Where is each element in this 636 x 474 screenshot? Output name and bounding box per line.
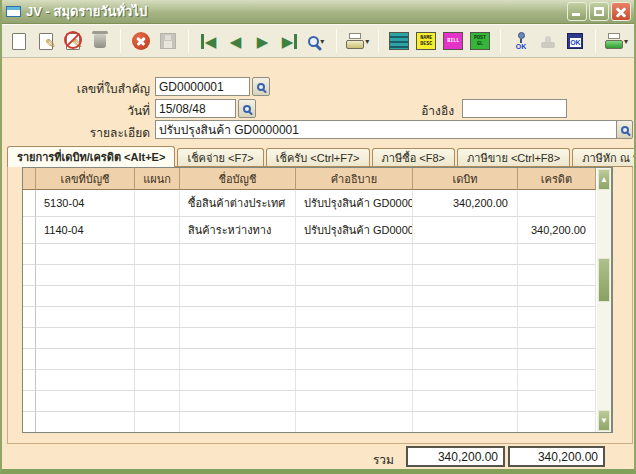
grid-header-dept[interactable]: แผนก	[135, 168, 180, 190]
row-selector[interactable]	[23, 190, 36, 217]
cancel-icon	[132, 32, 150, 50]
cell-account-name[interactable]: ซื้อสินค้าต่างประเทศ	[180, 190, 296, 217]
edit-button[interactable]: ✎	[35, 29, 57, 53]
printer-icon	[346, 36, 364, 49]
empty-row	[23, 265, 612, 286]
tab-purchase-tax[interactable]: ภาษีซื้อ <F8>	[372, 148, 456, 167]
grid-header-selector	[23, 168, 36, 190]
post-gl-button[interactable]: POSTGL	[469, 29, 491, 53]
stamp-button	[537, 29, 559, 53]
close-button[interactable]	[611, 2, 631, 21]
date-lookup-button[interactable]	[238, 99, 256, 118]
save-approve-button[interactable]: OK	[564, 29, 586, 53]
cell-dept[interactable]	[135, 190, 180, 217]
empty-row	[23, 370, 612, 391]
tab-sales-tax[interactable]: ภาษีขาย <Ctrl+F8>	[457, 148, 570, 167]
lookup-magnifier-icon	[257, 83, 265, 91]
totals-row: รวม 340,200.00 340,200.00	[2, 446, 634, 468]
grid-header-debit[interactable]: เดบิท	[413, 168, 518, 190]
empty-row	[23, 412, 612, 433]
total-credit: 340,200.00	[508, 446, 605, 467]
cell-debit[interactable]	[413, 217, 518, 244]
doc-no-lookup-button[interactable]	[252, 77, 270, 96]
cell-credit[interactable]: 340,200.00	[518, 217, 596, 244]
description-input[interactable]	[155, 120, 617, 139]
tab-cheque-received[interactable]: เช็ครับ <Ctrl+F7>	[266, 148, 370, 167]
date-input[interactable]	[155, 99, 236, 118]
window-icon	[6, 6, 21, 17]
cell-description[interactable]: ปรับปรุงสินค้า GD000000	[296, 217, 413, 244]
previous-record-button[interactable]: ◀	[225, 29, 247, 53]
doc-no-label: เลขที่ใบสำคัญ	[22, 79, 150, 98]
table-row[interactable]: 1140-04 สินค้าระหว่างทาง ปรับปรุงสินค้า …	[23, 217, 612, 244]
cell-credit[interactable]	[518, 190, 596, 217]
scroll-down-button[interactable]: ▼	[598, 410, 610, 431]
tab-strip: รายการที่เดบิท/เครดิต <Alt+E> เช็คจ่าย <…	[7, 146, 629, 167]
jv-window: JV - สมุดรายวันทั่วไป ✎ ✎ ◀ ◀ ▶ ▶ ▾ ▾ NA…	[0, 0, 636, 474]
minimize-button[interactable]	[567, 2, 587, 21]
bill-button[interactable]: BILL	[442, 29, 464, 53]
print-button[interactable]: ▾	[346, 29, 369, 53]
cell-debit[interactable]: 340,200.00	[413, 190, 518, 217]
tab-debit-credit-entries[interactable]: รายการที่เดบิท/เครดิต <Alt+E>	[7, 146, 175, 167]
maximize-button[interactable]	[589, 2, 609, 21]
save-button	[157, 29, 179, 53]
green-printer-icon	[605, 36, 623, 49]
approve-button[interactable]: OK	[510, 29, 532, 53]
cell-description[interactable]: ปรับปรุงสินค้า GD000000	[296, 190, 413, 217]
total-debit: 340,200.00	[406, 446, 505, 467]
window-title: JV - สมุดรายวันทั่วไป	[26, 1, 147, 22]
cell-account[interactable]: 5130-04	[36, 190, 135, 217]
scroll-up-button[interactable]: ▲	[598, 169, 610, 190]
grid-header-description[interactable]: คำอธิบาย	[296, 168, 413, 190]
toolbar: ✎ ✎ ◀ ◀ ▶ ▶ ▾ ▾ NAMEDESC BILL POSTGL OK …	[2, 24, 634, 58]
empty-row	[23, 328, 612, 349]
tab-cheque-paid[interactable]: เช็คจ่าย <F7>	[177, 148, 263, 167]
cell-dept[interactable]	[135, 217, 180, 244]
name-desc-button[interactable]: NAMEDESC	[415, 29, 437, 53]
delete-button[interactable]	[89, 29, 111, 53]
cancel-document-button[interactable]	[130, 29, 152, 53]
new-button[interactable]	[8, 29, 30, 53]
last-record-icon: ▶	[282, 34, 298, 49]
empty-row	[23, 349, 612, 370]
scrollbar-thumb[interactable]	[598, 258, 610, 302]
total-label: รวม	[373, 450, 394, 469]
detail-button[interactable]	[388, 29, 410, 53]
table-row[interactable]: 5130-04 ซื้อสินค้าต่างประเทศ ปรับปรุงสิน…	[23, 190, 612, 217]
print-form-button[interactable]: ▾	[605, 29, 628, 53]
grid-header-row: เลขที่บัญชี แผนก ชื่อบัญชี คำอธิบาย เดบิ…	[23, 168, 612, 190]
empty-row	[23, 391, 612, 412]
cell-account-name[interactable]: สินค้าระหว่างทาง	[180, 217, 296, 244]
reference-input[interactable]	[462, 99, 567, 118]
next-record-button[interactable]: ▶	[252, 29, 274, 53]
grid-header-credit[interactable]: เครดิต	[518, 168, 596, 190]
reference-label: อ้างอิง	[362, 101, 454, 120]
grid-header-account-name[interactable]: ชื่อบัญชี	[180, 168, 296, 190]
post-gl-icon: POSTGL	[470, 32, 490, 50]
grid-header-account[interactable]: เลขที่บัญชี	[36, 168, 135, 190]
vertical-scrollbar[interactable]: ▲ ▼	[597, 167, 612, 433]
cancel-edit-button[interactable]: ✎	[62, 29, 84, 53]
doc-no-input[interactable]	[155, 77, 250, 96]
new-document-icon	[12, 33, 26, 50]
empty-row	[23, 286, 612, 307]
description-lookup-button[interactable]	[616, 120, 633, 139]
minimize-icon	[572, 13, 580, 16]
toolbar-separator	[120, 29, 121, 53]
dropdown-arrow-icon[interactable]: ▾	[320, 37, 324, 46]
description-label: รายละเอียด	[22, 123, 150, 142]
no-edit-icon	[64, 31, 82, 49]
bill-icon: BILL	[443, 32, 463, 50]
previous-record-icon: ◀	[230, 34, 242, 49]
row-selector[interactable]	[23, 217, 36, 244]
last-record-button[interactable]: ▶	[278, 29, 300, 53]
find-button[interactable]: ▾	[305, 29, 327, 53]
first-record-button[interactable]: ◀	[198, 29, 220, 53]
titlebar: JV - สมุดรายวันทั่วไป	[2, 0, 634, 24]
stamp-icon	[541, 42, 555, 48]
pencil-icon: ✎	[45, 37, 56, 50]
cell-account[interactable]: 1140-04	[36, 217, 135, 244]
approve-ok-icon: OK	[516, 32, 527, 50]
tab-withholding-tax[interactable]: ภาษีหัก ณ ที่จ่าย <Ctrl+F10>	[572, 148, 636, 167]
